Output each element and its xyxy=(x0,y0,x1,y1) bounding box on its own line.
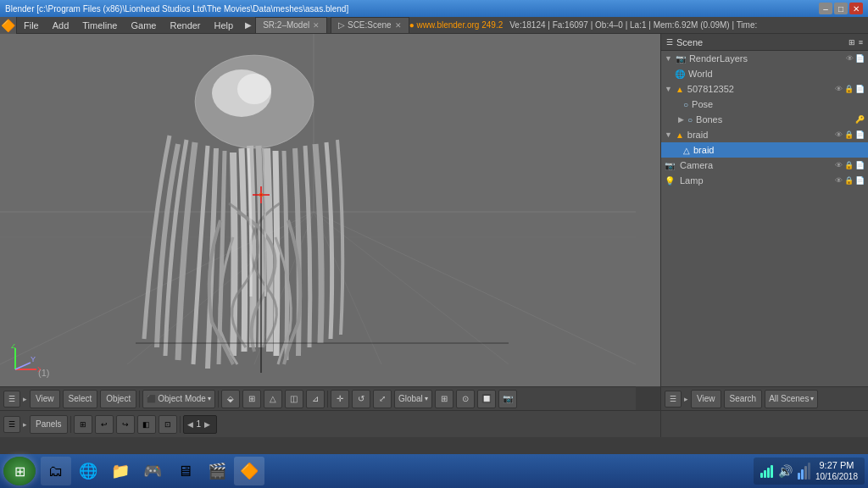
outliner-item-pose[interactable]: ○ Pose xyxy=(661,97,868,112)
camera-data-icon[interactable]: 📄 xyxy=(855,161,865,169)
menu-items: File Add Timeline Game Render Help ▶ SR:… xyxy=(17,17,764,33)
viewport-toolbar: ☰ ▸ View Select Object ⬛ Object Mode ▾ ⬙… xyxy=(0,386,636,410)
scale-icon[interactable]: ⤢ xyxy=(373,390,392,408)
panel-btn-5[interactable]: ⊡ xyxy=(159,415,177,434)
frame-number[interactable]: 1 xyxy=(193,419,205,429)
menu-file[interactable]: File xyxy=(17,17,46,33)
obj507-vis-icon[interactable]: 👁 xyxy=(835,85,843,93)
outliner-item-braid-mesh[interactable]: △ braid xyxy=(661,142,868,158)
svg-text:Z: Z xyxy=(11,344,16,350)
panels-label[interactable]: Panels xyxy=(30,415,68,434)
panel-btn-2[interactable]: ↩ xyxy=(95,415,114,434)
svg-point-13 xyxy=(237,74,271,104)
global-selector[interactable]: Global ▾ xyxy=(394,390,432,408)
all-scenes-selector[interactable]: All Scenes ▾ xyxy=(765,390,818,408)
taskbar-blender[interactable]: 🔶 xyxy=(234,457,264,485)
mode-selector[interactable]: ⬛ Object Mode ▾ xyxy=(142,390,215,408)
taskbar-file-explorer[interactable]: 🗂 xyxy=(41,457,71,485)
panel-btn-3[interactable]: ↪ xyxy=(116,415,135,434)
close-button[interactable]: ✕ xyxy=(849,3,863,14)
lamp-vis-icon[interactable]: 👁 xyxy=(835,176,843,185)
outliner-view-btn[interactable]: View xyxy=(691,390,721,408)
menu-render[interactable]: Render xyxy=(163,17,207,33)
volume-icon[interactable]: 🔊 xyxy=(778,464,793,478)
lamp-data-icon[interactable]: 📄 xyxy=(855,176,865,185)
outliner-item-braid-group[interactable]: ▼ ▲ braid 👁 🔒 📄 xyxy=(661,127,868,142)
window-controls: – □ ✕ xyxy=(819,3,863,14)
camera-vis-icon[interactable]: 👁 xyxy=(835,161,843,169)
viewport-icon-2[interactable]: ⊞ xyxy=(242,390,261,408)
transform-icon[interactable]: ✛ xyxy=(331,390,349,408)
taskbar-display[interactable]: 🖥 xyxy=(170,457,200,485)
viewport-icon-4[interactable]: ◫ xyxy=(285,390,303,408)
all-scenes-label: All Scenes xyxy=(769,394,809,403)
outliner-item-camera[interactable]: 📷 Camera 👁 🔒 📄 xyxy=(661,158,868,173)
panel-btn-1[interactable]: ⊞ xyxy=(74,415,92,434)
blender-version: ● www.blender.org 249.2 xyxy=(409,20,504,30)
object-menu[interactable]: Object xyxy=(100,390,136,408)
outliner-header-label: Scene xyxy=(676,37,703,47)
axes-svg: X Z Y xyxy=(7,344,41,378)
axes-indicator: X Z Y xyxy=(7,344,41,380)
braid-lock-icon[interactable]: 🔒 xyxy=(844,130,854,139)
viewport-menu-icon[interactable]: ☰ xyxy=(3,391,20,408)
viewport-icon-5[interactable]: ⊿ xyxy=(306,390,325,408)
braid-data-icon[interactable]: 📄 xyxy=(855,130,865,139)
camera-icon-btn[interactable]: 📷 xyxy=(498,390,517,408)
outliner-menu-icon[interactable]: ☰ xyxy=(665,391,682,408)
render-icon[interactable]: 🔲 xyxy=(477,390,496,408)
outliner-item-bones[interactable]: ▶ ○ Bones 🔑 xyxy=(661,112,868,127)
minimize-button[interactable]: – xyxy=(819,3,832,14)
outliner-panel: ☰ Scene ⊞ ≡ ▼ 📷 RenderLayers 👁 📄 xyxy=(660,34,868,437)
menu-bar: 🔶 File Add Timeline Game Render Help ▶ S… xyxy=(0,17,868,34)
svg-text:Y: Y xyxy=(31,355,36,363)
taskbar-game[interactable]: 🎮 xyxy=(137,457,168,485)
view-menu[interactable]: View xyxy=(30,390,60,408)
sr2-model-tab[interactable]: SR:2–Model ✕ xyxy=(255,17,327,34)
taskbar-folder[interactable]: 📁 xyxy=(105,457,136,485)
lamp-lock-icon[interactable]: 🔒 xyxy=(844,176,854,185)
outliner-content: ▼ 📷 RenderLayers 👁 📄 🌐 World ▼ xyxy=(661,51,868,386)
maximize-button[interactable]: □ xyxy=(834,3,848,14)
outliner-search-btn[interactable]: Search xyxy=(724,390,763,408)
panels-menu-icon[interactable]: ☰ xyxy=(3,416,20,433)
outliner-item-507812352[interactable]: ▼ ▲ 507812352 👁 🔒 📄 xyxy=(661,81,868,97)
snap-icon[interactable]: ⊞ xyxy=(435,390,453,408)
taskbar-media[interactable]: 🎬 xyxy=(202,457,232,485)
menu-game[interactable]: Game xyxy=(124,17,163,33)
outliner-item-lamp[interactable]: 💡 Lamp 👁 🔒 📄 xyxy=(661,173,868,188)
viewport-icon-3[interactable]: △ xyxy=(264,390,282,408)
braid-vis-icon[interactable]: 👁 xyxy=(835,130,843,139)
viewport-icon-1[interactable]: ⬙ xyxy=(221,390,240,408)
window-title: Blender [c:\Program Files (x86)\Lionhead… xyxy=(5,4,348,14)
frame-input-area: ◀ 1 ▶ xyxy=(183,415,217,434)
renderlayers-lock-icon[interactable]: 📄 xyxy=(855,54,865,63)
obj507-data-icon[interactable]: 📄 xyxy=(855,85,865,93)
bones-key-icon[interactable]: 🔑 xyxy=(855,115,865,124)
outliner-bottom-toolbar: ☰ ▸ View Search All Scenes ▾ xyxy=(661,386,868,410)
menu-timeline[interactable]: Timeline xyxy=(75,17,124,33)
outliner-item-renderlayers[interactable]: ▼ 📷 RenderLayers 👁 📄 xyxy=(661,51,868,66)
global-label: Global xyxy=(398,394,423,403)
panels-toolbar: ☰ ▸ Panels ⊞ ↩ ↪ ◧ ⊡ ◀ 1 ▶ xyxy=(0,410,660,437)
network-signal xyxy=(798,463,810,480)
taskbar-internet-explorer[interactable]: 🌐 xyxy=(73,457,103,485)
system-tray: 🔊 9:27 PM 10/16/2018 xyxy=(754,458,865,485)
camera-lock-icon[interactable]: 🔒 xyxy=(844,161,854,169)
outliner-item-world[interactable]: 🌐 World xyxy=(661,66,868,81)
system-clock[interactable]: 9:27 PM 10/16/2018 xyxy=(815,460,858,481)
start-button[interactable]: ⊞ xyxy=(3,457,36,485)
renderlayers-vis-icon[interactable]: 👁 xyxy=(846,54,854,63)
info-section: ● www.blender.org 249.2 Ve:18124 | Fa:16… xyxy=(409,20,765,30)
select-menu[interactable]: Select xyxy=(63,390,98,408)
sce-scene-tab[interactable]: ▷ SCE:Scene ✕ xyxy=(331,17,409,34)
outliner-options-icon[interactable]: ≡ xyxy=(859,38,863,47)
obj507-lock-icon[interactable]: 🔒 xyxy=(844,85,854,93)
outliner-expand-icon[interactable]: ⊞ xyxy=(849,38,855,47)
menu-help[interactable]: Help xyxy=(208,17,241,33)
viewport-3d[interactable]: X Z Y (1) xyxy=(0,34,660,386)
rotate-icon[interactable]: ↺ xyxy=(352,390,370,408)
panel-btn-4[interactable]: ◧ xyxy=(137,415,156,434)
menu-add[interactable]: Add xyxy=(46,17,76,33)
proportional-icon[interactable]: ⊙ xyxy=(456,390,475,408)
